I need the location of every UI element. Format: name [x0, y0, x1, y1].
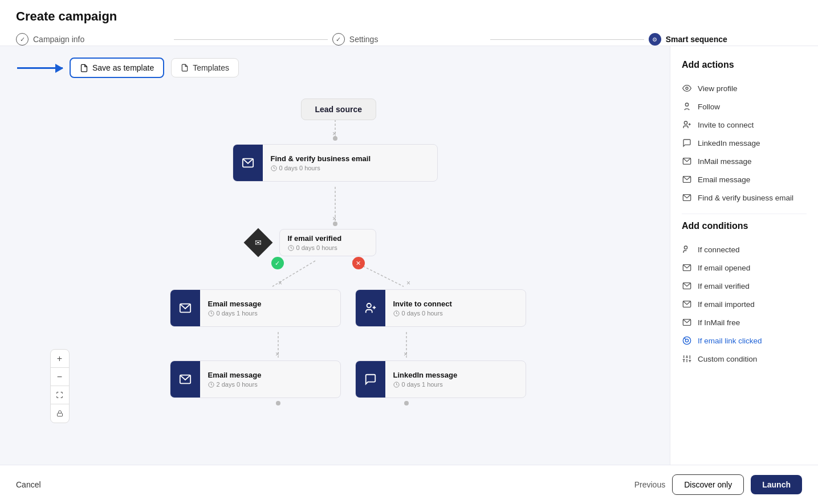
node-lead-source[interactable]: Lead source — [301, 99, 376, 120]
step-label: Campaign info — [33, 35, 84, 44]
link-clicked-icon — [682, 335, 692, 346]
linkedin-icon — [356, 361, 385, 398]
condition-inmail-free[interactable]: If InMail free — [682, 313, 807, 331]
svg-rect-28 — [57, 413, 62, 417]
canvas-area: Save as template Templates × — [0, 46, 670, 487]
svg-point-37 — [684, 246, 687, 249]
email-open-icon — [682, 263, 692, 273]
follow-icon — [682, 101, 692, 112]
action-email-message[interactable]: Email message — [682, 170, 807, 189]
linkedin-action: LinkedIn message 0 days 1 hours — [355, 360, 526, 398]
action-email-msg-label: Email message — [698, 175, 750, 184]
inmail-icon — [682, 156, 692, 166]
email-msg-2-action: Email message 2 days 0 hours — [170, 360, 341, 398]
zoom-out-button[interactable]: − — [51, 368, 69, 386]
node-find-verify[interactable]: Find & verify business email 0 days 0 ho… — [233, 144, 438, 182]
email-msg-2-icon — [170, 361, 200, 398]
svg-point-21 — [367, 304, 371, 308]
step-settings[interactable]: ✓ Settings — [332, 33, 486, 46]
condition-email-opened[interactable]: If email opened — [682, 259, 807, 277]
node-action-find-verify: Find & verify business email 0 days 0 ho… — [233, 144, 438, 182]
connected-icon — [682, 244, 692, 255]
page-header: Create campaign ✓ Campaign info ✓ Settin… — [0, 0, 818, 46]
node-if-email-verified[interactable]: ✉ If email verified 0 days 0 hours — [244, 228, 376, 257]
footer-right: Previous Discover only Launch — [634, 474, 802, 487]
svg-point-15 — [404, 401, 409, 405]
condition-email-link-clicked[interactable]: If email link clicked — [682, 331, 807, 350]
svg-line-44 — [684, 338, 686, 339]
flow-canvas: × × × × × — [0, 87, 670, 483]
invite-title: Invite to connect — [393, 300, 452, 308]
condition-email-imported-label: If email imported — [698, 300, 755, 309]
node-email-message-2[interactable]: Email message 2 days 0 hours — [170, 360, 341, 398]
email-msg-1-title: Email message — [208, 300, 262, 308]
action-follow-label: Follow — [698, 103, 720, 111]
svg-point-29 — [686, 87, 688, 89]
inmail-free-icon — [682, 317, 692, 327]
action-find-verify-label: Find & verify business email — [698, 194, 793, 202]
email-msg-2-time: 2 days 0 hours — [208, 381, 262, 388]
zoom-controls: + − — [50, 349, 70, 423]
action-view-profile-label: View profile — [698, 84, 738, 93]
invite-connect-icon — [682, 120, 692, 130]
condition-title: If email verified — [288, 234, 368, 243]
step-smart-icon: ⚙ — [649, 33, 661, 46]
zoom-fit-button[interactable] — [51, 386, 69, 404]
condition-email-opened-label: If email opened — [698, 264, 750, 272]
cancel-button[interactable]: Cancel — [16, 480, 41, 487]
node-linkedin-message[interactable]: LinkedIn message 0 days 1 hours — [355, 360, 526, 398]
x-icon: ✕ — [352, 257, 365, 269]
arrow-indicator — [17, 67, 63, 69]
launch-button[interactable]: Launch — [751, 475, 802, 487]
find-verify-title: Find & verify business email — [271, 154, 371, 163]
zoom-in-button[interactable]: + — [51, 350, 69, 368]
linkedin-time: 0 days 1 hours — [393, 381, 458, 388]
flow-wrapper: × × × × × — [113, 87, 557, 457]
node-invite-connect[interactable]: Invite to connect 0 days 0 hours — [355, 289, 526, 327]
svg-point-4 — [333, 222, 337, 226]
condition-email-verified[interactable]: If email verified — [682, 277, 807, 295]
invite-action: Invite to connect 0 days 0 hours — [355, 289, 526, 327]
email-msg-1-action: Email message 0 days 1 hours — [170, 289, 341, 327]
templates-button[interactable]: Templates — [171, 58, 239, 77]
save-template-button[interactable]: Save as template — [70, 58, 164, 78]
step-campaign-info[interactable]: ✓ Campaign info — [16, 33, 169, 46]
find-verify-icon — [233, 145, 263, 181]
condition-email-imported[interactable]: If email imported — [682, 295, 807, 313]
find-verify-panel-icon — [682, 192, 692, 203]
no-badge: ✕ — [352, 257, 365, 269]
action-linkedin-msg-label: LinkedIn message — [698, 139, 760, 147]
svg-text:×: × — [275, 350, 279, 358]
condition-email-verified-label: If email verified — [698, 282, 750, 290]
action-linkedin-message[interactable]: LinkedIn message — [682, 134, 807, 152]
save-icon — [80, 64, 88, 72]
stepper: ✓ Campaign info ✓ Settings ⚙ Smart seque… — [16, 33, 802, 46]
invite-time: 0 days 0 hours — [393, 310, 452, 317]
step-line-2 — [490, 39, 644, 40]
condition-custom[interactable]: Custom condition — [682, 350, 807, 368]
node-email-message-1[interactable]: Email message 0 days 1 hours — [170, 289, 341, 327]
svg-text:×: × — [332, 130, 336, 138]
email-msg-1-time: 0 days 1 hours — [208, 310, 262, 317]
action-find-verify[interactable]: Find & verify business email — [682, 189, 807, 207]
step-smart-sequence[interactable]: ⚙ Smart sequence — [649, 33, 802, 46]
step-check-icon: ✓ — [16, 33, 29, 46]
zoom-lock-button[interactable] — [51, 404, 69, 423]
action-invite-connect[interactable]: Invite to connect — [682, 116, 807, 134]
action-view-profile[interactable]: View profile — [682, 79, 807, 97]
condition-time: 0 days 0 hours — [288, 244, 368, 251]
email-msg-2-title: Email message — [208, 371, 262, 379]
action-follow[interactable]: Follow — [682, 97, 807, 116]
panel-divider — [682, 214, 807, 214]
action-inmail-message[interactable]: InMail message — [682, 152, 807, 170]
step-line-1 — [174, 39, 327, 40]
previous-button[interactable]: Previous — [634, 480, 665, 487]
step-check-icon: ✓ — [332, 33, 345, 46]
action-inmail-label: InMail message — [698, 157, 752, 166]
discover-only-button[interactable]: Discover only — [672, 474, 744, 487]
page-title: Create campaign — [16, 9, 802, 33]
condition-if-connected[interactable]: If connected — [682, 240, 807, 259]
footer: Cancel Previous Discover only Launch — [0, 465, 818, 487]
action-invite-connect-label: Invite to connect — [698, 121, 754, 129]
diamond-container: ✉ — [244, 228, 272, 257]
